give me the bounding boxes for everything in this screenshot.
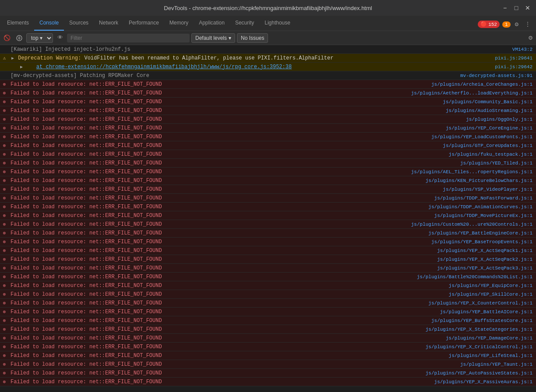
expand-arrow[interactable]: ▶ [11,56,14,61]
row-source-link[interactable]: js/plugins/YEP_LoadCustomFonts.js:1 [431,134,536,140]
row-source-link[interactable]: js/plugins/YEP_X_ActSeqPack1.js:1 [437,248,536,253]
row-source-link[interactable]: js/plugins/YEP_Taunt.js:1 [460,362,536,367]
error-icon: ⊗ [0,248,9,253]
row-source-link[interactable]: js/plugins/AudioStreaming.js:1 [446,108,536,113]
tab-sources[interactable]: Sources [64,16,94,31]
row-content: Failed to load resource: net::ERR_FILE_N… [9,186,443,192]
row-source-link[interactable]: js/plugins/fuku_testpack.js:1 [449,152,536,157]
row-content: Failed to load resource: net::ERR_FILE_N… [9,151,449,158]
tab-memory[interactable]: Memory [164,16,194,31]
console-row: ⊗ Failed to load resource: net::ERR_FILE… [0,106,536,115]
row-source-link[interactable]: js/plugins/Archeia_CoreChanges.js:1 [431,82,536,87]
error-icon: ⊗ [0,186,9,192]
row-source-link[interactable]: js/plugins/YEP_DamageCore.js:1 [446,336,536,341]
close-button[interactable]: ✕ [524,4,532,12]
row-source-link[interactable]: js/plugins/YEP_EquipCore.js:1 [449,283,536,288]
row-content: Failed to load resource: net::ERR_FILE_N… [9,318,431,324]
context-select[interactable]: top ▾ [26,33,53,43]
row-source-link[interactable]: js/plugins/KEN_PictureBelowChars.js:1 [426,178,536,183]
row-source-link[interactable]: VM143:2 [512,47,536,52]
row-source-link[interactable]: js/plugins/YSP_VideoPlayer.js:1 [443,187,536,192]
row-source-link[interactable]: js/plugins/TDDP_MovePictureEx.js:1 [434,213,536,218]
console-row: ⊗ Failed to load resource: net::ERR_FILE… [0,246,536,255]
row-source-link[interactable]: js/plugins/Battle%20Commands%20List.js:1 [417,274,536,280]
row-source-link[interactable]: js/plugins/YEP_BuffsStatesCore.js:1 [431,318,536,323]
row-source-link[interactable]: js/plugins/YEP_CoreEngine.js:1 [446,126,536,131]
error-icon: ⊗ [0,370,9,376]
row-source-link[interactable]: js/plugins/YEP_X_ActSeqPack3.js:1 [437,266,536,271]
row-source-link[interactable]: js/plugins/YEP_X_CounterControl.js:1 [428,301,536,306]
console-row: ⊗ Failed to load resource: net::ERR_FILE… [0,238,536,246]
tab-console[interactable]: Console [34,16,64,31]
row-source-link[interactable]: js/plugins/YEP_X_StateCategories.js:1 [426,327,536,332]
clear-console-button[interactable]: 🚫 [2,33,12,43]
devtools-settings-icon[interactable]: ⚙ [513,20,520,29]
tab-security[interactable]: Security [230,16,259,31]
minimize-button[interactable]: − [501,4,509,12]
row-source-link[interactable]: js/plugins/YEP_X_ActSeqPack2.js:1 [437,257,536,262]
error-icon: ⊗ [0,300,9,306]
console-settings-icon[interactable]: ⚙ [527,33,534,43]
row-content: Failed to load resource: net::ERR_FILE_N… [9,108,446,114]
row-source-link[interactable]: js/plugins/Community_Basic.js:1 [443,99,536,105]
row-source-link[interactable]: js/plugins/YEP_SkillCore.js:1 [449,292,536,297]
devtools-more-icon[interactable]: ⋮ [523,20,532,29]
row-source-link[interactable]: js/plugins/AEL_Tiles...ropertyRegions.js… [411,169,536,175]
filter-toggle-button[interactable] [14,33,25,43]
tab-application[interactable]: Application [194,16,230,31]
console-row: ⊗ Failed to load resource: net::ERR_FILE… [0,369,536,378]
error-icon: ⊗ [0,283,9,288]
eye-icon[interactable]: 👁 [55,33,65,43]
row-source-link[interactable]: js/plugins/YEP_BaseTroopEvents.js:1 [431,239,536,245]
error-icon: ⊗ [0,344,9,350]
filter-input[interactable] [67,34,190,42]
error-icon: ⊗ [0,151,9,157]
row-source-link[interactable]: pixi.js:29641 [495,56,536,61]
window-controls: − □ ✕ [501,4,532,12]
row-content: Failed to load resource: net::ERR_FILE_N… [9,291,449,298]
error-icon: ⊗ [0,195,9,201]
console-row: ⊗ Failed to load resource: net::ERR_FILE… [0,168,536,176]
row-source-link[interactable]: js/plugins/OggOnly.js:1 [466,117,536,122]
row-source-link[interactable]: js/plugins/YEP_BattleAICore.js:1 [440,309,536,315]
maximize-button[interactable]: □ [512,4,520,12]
warning-count-badge: 1 [502,21,511,28]
row-source-link[interactable]: js/plugins/YEP_X_CriticalControl.js:1 [426,344,536,350]
error-icon: ⊗ [0,213,9,218]
tab-performance[interactable]: Performance [123,16,164,31]
row-source-link[interactable]: js/plugins/YEP_X_PassiveAuras.js:1 [434,379,536,385]
row-content: Failed to load resource: net::ERR_FILE_N… [9,300,428,306]
tab-lighthouse[interactable]: Lighthouse [259,16,296,31]
console-row: ⊗ Failed to load resource: net::ERR_FILE… [0,203,536,211]
console-row: ⊗ Failed to load resource: net::ERR_FILE… [0,176,536,185]
default-levels-button[interactable]: Default levels ▾ [191,33,235,43]
row-source-link[interactable]: js/plugins/GTP_CoreUpdates.js:1 [443,143,536,148]
error-icon: ⊗ [0,221,9,227]
error-icon: ⊗ [0,160,9,166]
row-content: Failed to load resource: net::ERR_FILE_N… [9,90,411,96]
console-row: ⊗ Failed to load resource: net::ERR_FILE… [0,316,536,325]
row-source-link[interactable]: js/plugins/Custom%20...ure%20Controls.js… [411,222,536,227]
error-icon: ⊗ [0,178,9,183]
row-source-link[interactable]: pixi.js:29642 [495,64,536,70]
row-content: Failed to load resource: net::ERR_FILE_N… [9,204,428,210]
error-icon: ⊗ [0,125,9,131]
row-content: Failed to load resource: net::ERR_FILE_N… [9,309,440,315]
row-source-link[interactable]: js/plugins/YED_Tiled.js:1 [460,161,536,166]
row-source-link[interactable]: js/plugins/YEP_AutoPassiveStates.js:1 [426,371,536,376]
row-source-link[interactable]: js/plugins/TDDP_NoFastForward.js:1 [434,196,536,201]
console-row: ▶ at chrome-extension://hcpkfehmngainmim… [0,63,536,71]
row-source-link[interactable]: js/plugins/TDDP_AnimationCurves.js:1 [428,204,536,210]
row-source-link[interactable]: js/plugins/YEP_LifeSteal.js:1 [449,353,536,358]
row-source-link[interactable]: mv-decrypted-assets.js:91 [460,73,536,78]
warning-icon: ⚠ [0,55,9,61]
row-source-link[interactable]: js/plugins/Aetherflo...loadEverything.js… [411,91,536,96]
console-row: ⊗ Failed to load resource: net::ERR_FILE… [0,264,536,273]
tab-elements[interactable]: Elements [2,16,34,31]
tab-network[interactable]: Network [94,16,123,31]
no-issues-button[interactable]: No Issues [237,33,268,43]
row-source-link[interactable]: js/plugins/YEP_BattleEngineCore.js:1 [428,231,536,236]
console-row: ⚠ ▶ Deprecation Warning: VoidFilter has … [0,54,536,63]
error-count-badge: 🔴 152 [478,21,500,28]
row-content: Failed to load resource: net::ERR_FILE_N… [9,178,426,184]
